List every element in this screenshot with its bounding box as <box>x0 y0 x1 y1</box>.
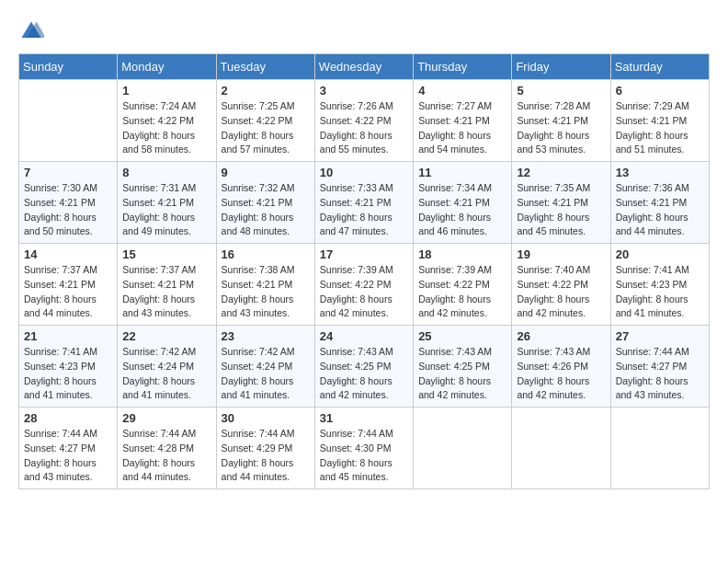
calendar-header-wednesday: Wednesday <box>314 54 413 80</box>
calendar-cell: 25Sunrise: 7:43 AMSunset: 4:25 PMDayligh… <box>414 326 512 408</box>
day-number: 9 <box>222 166 310 179</box>
day-info: Sunrise: 7:44 AMSunset: 4:28 PMDaylight:… <box>122 427 210 485</box>
day-info: Sunrise: 7:31 AMSunset: 4:21 PMDaylight:… <box>122 181 210 239</box>
calendar-header-monday: Monday <box>118 54 216 80</box>
page-header <box>18 18 710 44</box>
day-number: 7 <box>24 166 112 179</box>
day-number: 11 <box>418 166 506 179</box>
calendar-week-row: 21Sunrise: 7:41 AMSunset: 4:23 PMDayligh… <box>19 326 710 408</box>
day-info: Sunrise: 7:35 AMSunset: 4:21 PMDaylight:… <box>517 181 605 239</box>
calendar-table: SundayMondayTuesdayWednesdayThursdayFrid… <box>18 53 710 489</box>
calendar-cell: 30Sunrise: 7:44 AMSunset: 4:29 PMDayligh… <box>216 408 314 489</box>
calendar-cell: 6Sunrise: 7:29 AMSunset: 4:21 PMDaylight… <box>610 80 709 162</box>
day-info: Sunrise: 7:29 AMSunset: 4:21 PMDaylight:… <box>616 99 704 157</box>
day-number: 30 <box>222 411 310 425</box>
calendar-cell: 31Sunrise: 7:44 AMSunset: 4:30 PMDayligh… <box>314 408 413 489</box>
day-info: Sunrise: 7:43 AMSunset: 4:25 PMDaylight:… <box>418 345 506 403</box>
day-number: 19 <box>517 247 605 261</box>
logo <box>18 18 48 44</box>
day-info: Sunrise: 7:40 AMSunset: 4:22 PMDaylight:… <box>517 263 605 321</box>
calendar-week-row: 14Sunrise: 7:37 AMSunset: 4:21 PMDayligh… <box>19 244 710 326</box>
calendar-cell: 23Sunrise: 7:42 AMSunset: 4:24 PMDayligh… <box>216 326 314 408</box>
calendar-week-row: 28Sunrise: 7:44 AMSunset: 4:27 PMDayligh… <box>19 408 710 489</box>
day-info: Sunrise: 7:26 AMSunset: 4:22 PMDaylight:… <box>320 99 408 157</box>
day-info: Sunrise: 7:36 AMSunset: 4:21 PMDaylight:… <box>616 181 704 239</box>
calendar-week-row: 1Sunrise: 7:24 AMSunset: 4:22 PMDaylight… <box>19 80 710 162</box>
calendar-header-thursday: Thursday <box>414 54 512 80</box>
day-number: 3 <box>320 84 408 98</box>
calendar-header-row: SundayMondayTuesdayWednesdayThursdayFrid… <box>19 54 710 80</box>
calendar-header-friday: Friday <box>512 54 610 80</box>
day-number: 4 <box>418 84 506 98</box>
day-info: Sunrise: 7:27 AMSunset: 4:21 PMDaylight:… <box>418 99 506 157</box>
calendar-cell: 20Sunrise: 7:41 AMSunset: 4:23 PMDayligh… <box>610 244 709 326</box>
day-info: Sunrise: 7:43 AMSunset: 4:26 PMDaylight:… <box>517 345 605 403</box>
calendar-cell: 14Sunrise: 7:37 AMSunset: 4:21 PMDayligh… <box>19 244 118 326</box>
calendar-header-tuesday: Tuesday <box>216 54 314 80</box>
day-number: 23 <box>222 329 310 343</box>
calendar-cell: 11Sunrise: 7:34 AMSunset: 4:21 PMDayligh… <box>414 162 512 244</box>
day-number: 8 <box>122 166 210 179</box>
calendar-cell: 24Sunrise: 7:43 AMSunset: 4:25 PMDayligh… <box>314 326 413 408</box>
calendar-cell: 10Sunrise: 7:33 AMSunset: 4:21 PMDayligh… <box>314 162 413 244</box>
day-number: 15 <box>122 247 210 261</box>
day-info: Sunrise: 7:41 AMSunset: 4:23 PMDaylight:… <box>24 345 112 403</box>
day-number: 6 <box>616 84 704 98</box>
calendar-cell: 16Sunrise: 7:38 AMSunset: 4:21 PMDayligh… <box>216 244 314 326</box>
day-info: Sunrise: 7:33 AMSunset: 4:21 PMDaylight:… <box>320 181 408 239</box>
day-number: 12 <box>517 166 605 179</box>
calendar-cell: 28Sunrise: 7:44 AMSunset: 4:27 PMDayligh… <box>19 408 118 489</box>
day-info: Sunrise: 7:28 AMSunset: 4:21 PMDaylight:… <box>517 99 605 157</box>
day-number: 5 <box>517 84 605 98</box>
day-info: Sunrise: 7:38 AMSunset: 4:21 PMDaylight:… <box>222 263 310 321</box>
day-info: Sunrise: 7:39 AMSunset: 4:22 PMDaylight:… <box>320 263 408 321</box>
day-info: Sunrise: 7:25 AMSunset: 4:22 PMDaylight:… <box>222 99 310 157</box>
day-number: 16 <box>222 247 310 261</box>
day-info: Sunrise: 7:37 AMSunset: 4:21 PMDaylight:… <box>24 263 112 321</box>
day-number: 31 <box>320 411 408 425</box>
day-info: Sunrise: 7:44 AMSunset: 4:27 PMDaylight:… <box>616 345 704 403</box>
calendar-cell: 7Sunrise: 7:30 AMSunset: 4:21 PMDaylight… <box>19 162 118 244</box>
calendar-cell <box>610 408 709 489</box>
logo-icon <box>18 18 44 44</box>
day-info: Sunrise: 7:32 AMSunset: 4:21 PMDaylight:… <box>222 181 310 239</box>
calendar-cell: 18Sunrise: 7:39 AMSunset: 4:22 PMDayligh… <box>414 244 512 326</box>
day-info: Sunrise: 7:41 AMSunset: 4:23 PMDaylight:… <box>616 263 704 321</box>
calendar-cell <box>19 80 118 162</box>
day-number: 14 <box>24 247 112 261</box>
calendar-cell: 19Sunrise: 7:40 AMSunset: 4:22 PMDayligh… <box>512 244 610 326</box>
calendar-cell: 4Sunrise: 7:27 AMSunset: 4:21 PMDaylight… <box>414 80 512 162</box>
calendar-cell: 21Sunrise: 7:41 AMSunset: 4:23 PMDayligh… <box>19 326 118 408</box>
calendar-cell: 26Sunrise: 7:43 AMSunset: 4:26 PMDayligh… <box>512 326 610 408</box>
day-number: 13 <box>616 166 704 179</box>
calendar-cell: 8Sunrise: 7:31 AMSunset: 4:21 PMDaylight… <box>118 162 216 244</box>
day-number: 25 <box>418 329 506 343</box>
calendar-cell: 12Sunrise: 7:35 AMSunset: 4:21 PMDayligh… <box>512 162 610 244</box>
day-info: Sunrise: 7:42 AMSunset: 4:24 PMDaylight:… <box>222 345 310 403</box>
day-number: 20 <box>616 247 704 261</box>
day-info: Sunrise: 7:44 AMSunset: 4:27 PMDaylight:… <box>24 427 112 485</box>
day-number: 22 <box>122 329 210 343</box>
calendar-cell: 13Sunrise: 7:36 AMSunset: 4:21 PMDayligh… <box>610 162 709 244</box>
calendar-cell: 5Sunrise: 7:28 AMSunset: 4:21 PMDaylight… <box>512 80 610 162</box>
day-number: 10 <box>320 166 408 179</box>
day-info: Sunrise: 7:42 AMSunset: 4:24 PMDaylight:… <box>122 345 210 403</box>
day-number: 24 <box>320 329 408 343</box>
day-number: 28 <box>24 411 112 425</box>
calendar-cell: 29Sunrise: 7:44 AMSunset: 4:28 PMDayligh… <box>118 408 216 489</box>
day-number: 29 <box>122 411 210 425</box>
day-number: 21 <box>24 329 112 343</box>
day-number: 27 <box>616 329 704 343</box>
day-number: 18 <box>418 247 506 261</box>
day-number: 1 <box>122 84 210 98</box>
calendar-header-sunday: Sunday <box>19 54 118 80</box>
day-number: 2 <box>222 84 310 98</box>
calendar-cell <box>414 408 512 489</box>
calendar-header-saturday: Saturday <box>610 54 709 80</box>
day-number: 26 <box>517 329 605 343</box>
calendar-cell <box>512 408 610 489</box>
day-info: Sunrise: 7:34 AMSunset: 4:21 PMDaylight:… <box>418 181 506 239</box>
day-info: Sunrise: 7:37 AMSunset: 4:21 PMDaylight:… <box>122 263 210 321</box>
calendar-cell: 17Sunrise: 7:39 AMSunset: 4:22 PMDayligh… <box>314 244 413 326</box>
calendar-cell: 3Sunrise: 7:26 AMSunset: 4:22 PMDaylight… <box>314 80 413 162</box>
